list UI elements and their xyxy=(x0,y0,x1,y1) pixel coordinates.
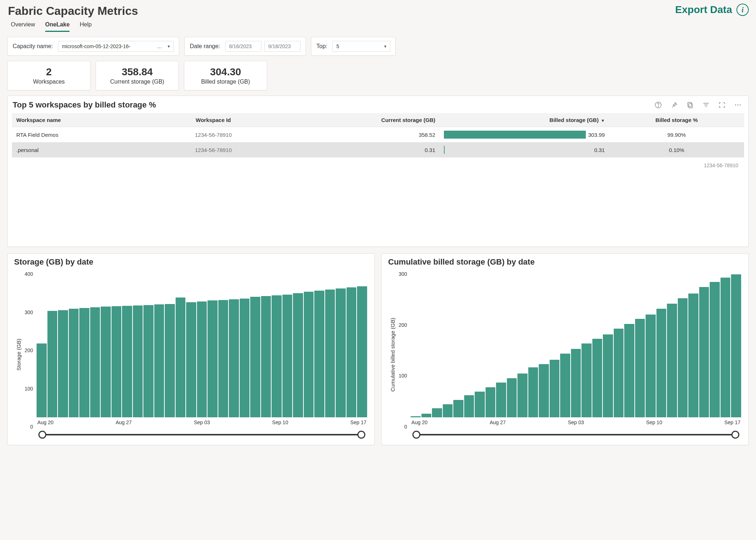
date-range-slider[interactable] xyxy=(410,430,742,440)
column-header[interactable]: Billed storage (GB)▼ xyxy=(440,113,609,127)
chart-bar[interactable] xyxy=(421,414,432,417)
table-row[interactable]: RTA Field Demos 1234-56-78910 358.52 303… xyxy=(12,127,744,143)
chart-bar[interactable] xyxy=(667,304,677,417)
chart-bar[interactable] xyxy=(453,400,463,417)
chart-bar[interactable] xyxy=(443,404,453,417)
chart-bar[interactable] xyxy=(486,387,496,417)
date-start-input[interactable]: 8/16/2023 xyxy=(225,41,261,52)
cell-workspace-id: 1234-56-78910 xyxy=(153,127,274,143)
chart-bar[interactable] xyxy=(101,307,111,417)
chart-bar[interactable] xyxy=(721,278,731,417)
chart-bar[interactable] xyxy=(293,293,303,417)
chart-bar[interactable] xyxy=(539,364,549,417)
chart-bar[interactable] xyxy=(646,315,656,417)
chart-bar[interactable] xyxy=(79,308,89,417)
chart-bar[interactable] xyxy=(624,324,634,417)
kpi-card[interactable]: 2 Workspaces xyxy=(7,61,91,90)
tab-onelake[interactable]: OneLake xyxy=(45,20,70,32)
chart-bar[interactable] xyxy=(218,300,228,417)
slider-handle-start[interactable] xyxy=(412,431,420,439)
chart-bar[interactable] xyxy=(678,298,688,417)
chart-bar[interactable] xyxy=(528,367,538,417)
chart-bar[interactable] xyxy=(314,291,324,417)
slider-handle-end[interactable] xyxy=(357,431,365,439)
column-header[interactable]: Workspace name xyxy=(12,113,153,127)
chart-bar[interactable] xyxy=(176,298,186,418)
chart-bar[interactable] xyxy=(240,299,250,417)
chart-bar[interactable] xyxy=(432,408,442,418)
more-options-icon[interactable] xyxy=(734,101,742,109)
top-dropdown[interactable]: 5 ▾ xyxy=(332,41,390,52)
chart-bar[interactable] xyxy=(282,295,293,417)
focus-mode-icon[interactable] xyxy=(718,101,726,109)
chart-bar[interactable] xyxy=(272,295,282,417)
date-end-input[interactable]: 9/18/2023 xyxy=(264,41,301,52)
chart-bar[interactable] xyxy=(47,311,58,417)
chart-bar[interactable] xyxy=(571,349,581,417)
slider-handle-start[interactable] xyxy=(38,431,46,439)
export-data-button[interactable]: Export Data i xyxy=(675,4,749,16)
table-row[interactable]: .personal 1234-56-78910 0.31 0.31 0.10% xyxy=(12,142,744,157)
capacity-suffix: … xyxy=(157,43,162,49)
capacity-dropdown[interactable]: microsoft-com-05-12-2023-16- … ▾ xyxy=(58,41,174,52)
chart-bar[interactable] xyxy=(325,290,335,417)
chart-bar[interactable] xyxy=(699,287,709,417)
chart-bar[interactable] xyxy=(357,286,367,417)
chart-bar[interactable] xyxy=(688,294,698,417)
chart-bar[interactable] xyxy=(207,300,218,417)
chart-bar[interactable] xyxy=(133,305,143,417)
chart-bar[interactable] xyxy=(346,287,357,417)
tab-overview[interactable]: Overview xyxy=(11,20,35,32)
chart-bar[interactable] xyxy=(186,302,196,417)
chart-bar[interactable] xyxy=(517,374,528,417)
chart-bar[interactable] xyxy=(58,310,68,417)
chart-bar[interactable] xyxy=(496,383,506,417)
column-header[interactable]: Current storage (GB) xyxy=(274,113,440,127)
chart-bar[interactable] xyxy=(229,299,239,417)
chart-bar[interactable] xyxy=(112,306,122,417)
svg-point-1 xyxy=(658,106,658,107)
chart-bar[interactable] xyxy=(37,343,47,417)
chart-bar[interactable] xyxy=(507,378,517,417)
chart-bar[interactable] xyxy=(69,309,79,417)
chart-bar[interactable] xyxy=(614,329,624,417)
help-icon[interactable] xyxy=(654,101,662,109)
cell-workspace-id: 1234-56-78910 xyxy=(153,142,274,157)
date-range-slider[interactable] xyxy=(36,430,368,440)
chart-bar[interactable] xyxy=(592,339,602,417)
chart-bar[interactable] xyxy=(710,282,720,417)
chart-bar[interactable] xyxy=(560,354,570,417)
column-header[interactable]: Workspace Id xyxy=(153,113,274,127)
filter-icon[interactable] xyxy=(702,101,710,109)
chart-bar[interactable] xyxy=(122,306,132,417)
chart-bar[interactable] xyxy=(603,334,613,418)
chart-bar[interactable] xyxy=(550,360,560,417)
y-tick: 200 xyxy=(25,347,33,353)
chart-bar[interactable] xyxy=(250,297,260,417)
chart-bar[interactable] xyxy=(635,319,645,417)
pin-icon[interactable] xyxy=(670,101,678,109)
chart-bar[interactable] xyxy=(165,304,175,417)
chart-bar[interactable] xyxy=(154,304,164,417)
chart-bar[interactable] xyxy=(90,307,100,417)
chart-bar[interactable] xyxy=(464,395,474,417)
chart-bar[interactable] xyxy=(304,292,314,417)
svg-rect-3 xyxy=(688,102,692,107)
cell-billed-pct: 0.10% xyxy=(609,142,744,157)
kpi-card[interactable]: 358.84 Current storage (GB) xyxy=(96,61,179,90)
slider-handle-end[interactable] xyxy=(731,431,739,439)
column-header[interactable]: Billed storage % xyxy=(609,113,744,127)
copy-icon[interactable] xyxy=(686,101,694,109)
chart-bar[interactable] xyxy=(731,274,741,417)
chart-bar[interactable] xyxy=(475,392,485,417)
tab-help[interactable]: Help xyxy=(80,20,92,32)
chart-bar[interactable] xyxy=(581,343,592,417)
chart-bar[interactable] xyxy=(261,296,271,417)
chart-bar[interactable] xyxy=(656,309,667,417)
chart-bar[interactable] xyxy=(336,288,346,417)
chart-bar[interactable] xyxy=(143,305,154,417)
y-tick: 300 xyxy=(399,271,407,277)
chart-bar[interactable] xyxy=(197,301,207,417)
info-icon[interactable]: i xyxy=(736,4,749,16)
kpi-card[interactable]: 304.30 Billed storage (GB) xyxy=(184,61,267,90)
